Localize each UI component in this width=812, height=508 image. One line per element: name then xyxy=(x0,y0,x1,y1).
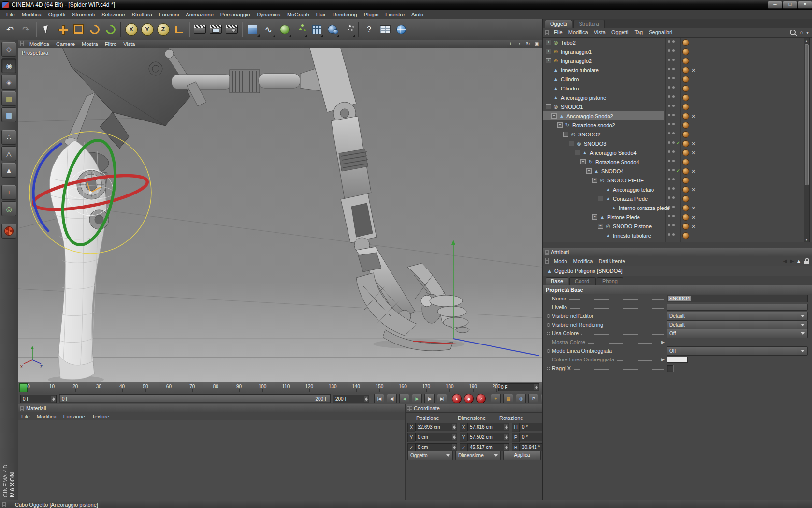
snap-button[interactable]: ◎ xyxy=(1,201,16,216)
pan-view-icon[interactable]: + xyxy=(507,41,514,47)
visibility-dots[interactable] xyxy=(668,150,675,153)
texture-tag-icon[interactable] xyxy=(682,76,689,83)
editor-visibility-dot[interactable] xyxy=(668,233,670,236)
color-swatch[interactable] xyxy=(667,357,688,363)
tree-item-rotazione-snodo4[interactable]: −↻Rotazione Snodo4 xyxy=(543,157,812,166)
tree-expand-toggle[interactable]: − xyxy=(592,178,597,183)
coord-field-z-0[interactable]: 0 cm xyxy=(415,443,457,451)
tree-item-ingranaggio1[interactable]: +⊛Ingranaggio1 xyxy=(543,47,812,56)
menubar-item-funzioni[interactable]: Funzioni xyxy=(156,11,183,18)
tab-struttura[interactable]: Struttura xyxy=(573,20,604,28)
materials-list-area[interactable] xyxy=(18,420,405,500)
add-cube-button[interactable] xyxy=(245,21,261,38)
menubar-item-plugin[interactable]: Plugin xyxy=(361,11,382,18)
visibility-dots[interactable] xyxy=(668,95,675,98)
texture-tag-icon[interactable] xyxy=(682,131,689,138)
weight-tag-icon[interactable]: ✕ xyxy=(691,224,696,229)
visibility-dots[interactable] xyxy=(668,49,675,52)
render-visibility-dot[interactable] xyxy=(672,160,675,162)
editor-visibility-dot[interactable] xyxy=(668,123,670,125)
viewport-menu-mostra[interactable]: Mostra xyxy=(78,41,102,47)
editor-visibility-dot[interactable] xyxy=(668,40,670,43)
animation-dot[interactable] xyxy=(547,323,550,327)
lock-y-button[interactable]: Y xyxy=(139,21,155,38)
viewport-menu-filtro[interactable]: Filtro xyxy=(102,41,120,47)
tree-scrollbar-thumb[interactable] xyxy=(805,44,809,185)
online-updater-button[interactable] xyxy=(393,21,409,38)
attr-dropdown-modo-linea-ombreggiata[interactable]: Off xyxy=(667,346,808,356)
texture-mode-button[interactable]: ▦ xyxy=(1,91,16,106)
tree-item-innesto-tubolare[interactable]: ▲Innesto tubolare xyxy=(543,231,812,240)
parameter-button[interactable]: P xyxy=(528,394,538,403)
attr-tab-phong[interactable]: Phong xyxy=(597,277,623,285)
texture-tag-icon[interactable] xyxy=(682,195,689,202)
coordinate-system-button[interactable] xyxy=(171,21,187,38)
coord-field-x-0-spinner[interactable] xyxy=(452,424,456,430)
editor-visibility-dot[interactable] xyxy=(668,114,670,116)
render-visibility-dot[interactable] xyxy=(672,68,675,70)
make-editable-button[interactable]: ◇ xyxy=(1,42,16,57)
om-menu-oggetti[interactable]: Oggetti xyxy=(609,29,631,36)
add-array-button[interactable] xyxy=(292,21,308,38)
tree-expand-toggle[interactable]: − xyxy=(592,214,597,220)
points-mode-button[interactable]: ∴ xyxy=(1,130,16,145)
materials-grip[interactable] xyxy=(20,406,24,411)
keyframe-selection-button[interactable]: + xyxy=(491,394,501,403)
tree-item-tubo2[interactable]: +◎Tubo2 xyxy=(543,38,812,47)
history-forward-icon[interactable]: ▶ xyxy=(790,258,794,264)
coord-field-y-1-spinner[interactable] xyxy=(504,434,508,440)
coord-field-z-1[interactable]: 45.517 cm xyxy=(467,443,509,451)
tree-expand-toggle[interactable]: − xyxy=(569,141,574,146)
solo-button[interactable]: ◎ xyxy=(516,394,526,403)
polygons-mode-button[interactable]: ▲ xyxy=(1,163,16,178)
level-slider[interactable] xyxy=(667,304,808,311)
search-icon[interactable] xyxy=(790,30,796,35)
texture-tag-icon[interactable] xyxy=(682,39,689,46)
tree-item-ancoraggio-snodo4[interactable]: −▲Ancoraggio Snodo4✕ xyxy=(543,148,812,157)
menubar-item-strumenti[interactable]: Strumenti xyxy=(69,11,98,18)
weight-tag-icon[interactable]: ✕ xyxy=(691,67,696,73)
texture-tag-icon[interactable] xyxy=(682,122,689,129)
menubar-item-animazione[interactable]: Animazione xyxy=(182,11,217,18)
render-visibility-dot[interactable] xyxy=(672,123,675,125)
prev-frame-button[interactable]: ◀ xyxy=(399,394,409,403)
visibility-dots[interactable] xyxy=(668,233,675,236)
texture-tag-icon[interactable] xyxy=(682,168,689,175)
attr-dropdown-visibile-nell-editor[interactable]: Default xyxy=(667,312,808,321)
visibility-dots[interactable] xyxy=(668,169,675,171)
texture-tag-icon[interactable] xyxy=(682,186,689,193)
visibility-dots[interactable] xyxy=(668,196,675,199)
menubar-item-finestre[interactable]: Finestre xyxy=(382,11,408,18)
next-key-button[interactable]: |▶ xyxy=(424,394,435,403)
materials-menu-funzione[interactable]: Funzione xyxy=(60,413,88,420)
enabled-check-icon[interactable]: ✓ xyxy=(676,168,680,173)
om-menu-modifica[interactable]: Modifica xyxy=(566,29,591,36)
menubar-item-struttura[interactable]: Struttura xyxy=(129,11,156,18)
texture-tag-icon[interactable] xyxy=(682,149,689,156)
materials-menu-file[interactable]: File xyxy=(18,413,33,420)
texture-tag-icon[interactable] xyxy=(682,67,689,74)
model-mode-button[interactable]: ◉ xyxy=(1,58,16,73)
close-button[interactable]: ✕ xyxy=(798,1,812,9)
toggle-view-icon[interactable]: ▣ xyxy=(533,41,540,47)
visibility-dots[interactable] xyxy=(668,160,675,162)
editor-visibility-dot[interactable] xyxy=(668,187,670,190)
tree-expand-toggle[interactable]: − xyxy=(557,122,563,128)
attr-menu-modo[interactable]: Modo xyxy=(551,257,570,265)
editor-visibility-dot[interactable] xyxy=(668,178,670,180)
tree-item-cilindro[interactable]: ▲Cilindro xyxy=(543,84,812,93)
tree-item-corazza-piede[interactable]: −▲Corazza Piede xyxy=(543,194,812,203)
record-options-button[interactable]: ? xyxy=(476,394,486,403)
om-menu-segnalibri[interactable]: Segnalibri xyxy=(646,29,675,36)
render-visibility-dot[interactable] xyxy=(672,196,675,199)
object-manager-grip[interactable] xyxy=(545,30,549,35)
visibility-dots[interactable] xyxy=(668,59,675,61)
parent-object-icon[interactable]: ▲ xyxy=(797,258,801,264)
render-visibility-dot[interactable] xyxy=(672,187,675,190)
goto-end-button[interactable]: ▶| xyxy=(437,394,447,403)
coord-field-x-0[interactable]: 32.693 cm xyxy=(415,423,457,431)
tree-expand-toggle[interactable]: − xyxy=(563,132,568,137)
texture-tag-icon[interactable] xyxy=(682,232,689,239)
tree-item-snodo3[interactable]: −◎SNODO3✓✕ xyxy=(543,139,812,148)
attr-tab-base[interactable]: Base xyxy=(546,277,568,285)
